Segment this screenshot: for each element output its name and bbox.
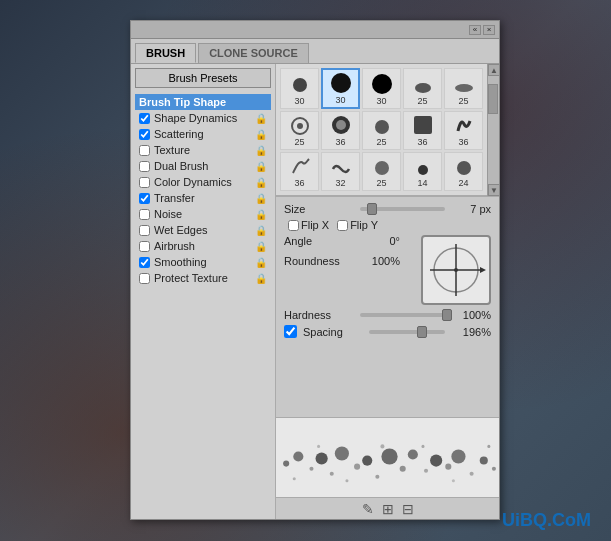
- sidebar-item-scattering[interactable]: Scattering 🔒: [135, 126, 271, 142]
- sidebar-item-shape-dynamics[interactable]: Shape Dynamics 🔒: [135, 110, 271, 126]
- wet-edges-label: Wet Edges: [154, 224, 208, 236]
- flip-y-checkbox[interactable]: [337, 220, 348, 231]
- transfer-lock-icon: 🔒: [255, 193, 267, 204]
- spacing-checkbox[interactable]: [284, 325, 297, 338]
- brush-preset-6[interactable]: 25: [280, 111, 319, 150]
- svg-point-27: [375, 475, 379, 479]
- brush-preset-5[interactable]: 25: [444, 68, 483, 109]
- airbrush-checkbox[interactable]: [139, 241, 150, 252]
- hardness-slider[interactable]: [360, 313, 445, 317]
- protect-texture-lock-icon: 🔒: [255, 273, 267, 284]
- brush-preset-12[interactable]: 32: [321, 152, 360, 191]
- brush-preset-grid[interactable]: 30 30 30 25: [276, 64, 487, 196]
- texture-checkbox[interactable]: [139, 145, 150, 156]
- brush-preset-13[interactable]: 25: [362, 152, 401, 191]
- collapse-button[interactable]: «: [469, 25, 481, 35]
- brush-preset-9[interactable]: 36: [403, 111, 442, 150]
- scattering-checkbox[interactable]: [139, 129, 150, 140]
- roundness-label: Roundness: [284, 255, 354, 267]
- svg-point-32: [430, 454, 442, 466]
- brush-presets-button[interactable]: Brush Presets: [135, 68, 271, 88]
- flip-y-item: Flip Y: [337, 219, 378, 231]
- scroll-up-arrow[interactable]: ▲: [488, 64, 499, 76]
- sidebar-item-texture[interactable]: Texture 🔒: [135, 142, 271, 158]
- dual-brush-label: Dual Brush: [154, 160, 208, 172]
- hardness-slider-thumb[interactable]: [442, 309, 452, 321]
- brush-preset-2[interactable]: 30: [321, 68, 360, 109]
- svg-point-37: [492, 467, 496, 471]
- spacing-slider[interactable]: [369, 330, 445, 334]
- size-slider[interactable]: [360, 207, 445, 211]
- sidebar-item-wet-edges[interactable]: Wet Edges 🔒: [135, 222, 271, 238]
- shape-dynamics-checkbox[interactable]: [139, 113, 150, 124]
- svg-point-39: [317, 445, 320, 448]
- trash-icon[interactable]: ⊟: [402, 501, 414, 517]
- size-slider-thumb[interactable]: [367, 203, 377, 215]
- svg-point-34: [451, 449, 465, 463]
- smoothing-checkbox[interactable]: [139, 257, 150, 268]
- angle-row: Angle 0°: [284, 235, 400, 247]
- wet-edges-lock-icon: 🔒: [255, 225, 267, 236]
- brush-preset-7[interactable]: 36: [321, 111, 360, 150]
- brush-preset-15[interactable]: 24: [444, 152, 483, 191]
- flip-row: Flip X Flip Y: [288, 219, 491, 231]
- sidebar-item-noise[interactable]: Noise 🔒: [135, 206, 271, 222]
- flip-x-label: Flip X: [301, 219, 329, 231]
- brush-preset-3[interactable]: 30: [362, 68, 401, 109]
- svg-point-30: [408, 449, 418, 459]
- svg-point-41: [380, 444, 384, 448]
- grid-icon[interactable]: ⊞: [382, 501, 394, 517]
- svg-point-36: [480, 457, 488, 465]
- brush-grid-scrollbar[interactable]: ▲ ▼: [487, 64, 499, 196]
- color-dynamics-label: Color Dynamics: [154, 176, 232, 188]
- brush-preset-10[interactable]: 36: [444, 111, 483, 150]
- size-value: 7 px: [451, 203, 491, 215]
- wet-edges-checkbox[interactable]: [139, 225, 150, 236]
- angle-value: 0°: [360, 235, 400, 247]
- spacing-slider-thumb[interactable]: [417, 326, 427, 338]
- scroll-thumb[interactable]: [488, 84, 498, 114]
- dual-brush-checkbox[interactable]: [139, 161, 150, 172]
- flip-y-label: Flip Y: [350, 219, 378, 231]
- protect-texture-checkbox[interactable]: [139, 273, 150, 284]
- angle-label: Angle: [284, 235, 354, 247]
- scroll-down-arrow[interactable]: ▼: [488, 184, 499, 196]
- flip-x-checkbox[interactable]: [288, 220, 299, 231]
- sidebar-item-protect-texture[interactable]: Protect Texture 🔒: [135, 270, 271, 286]
- tab-brush[interactable]: BRUSH: [135, 43, 196, 63]
- brush-preset-14[interactable]: 14: [403, 152, 442, 191]
- roundness-row: Roundness 100%: [284, 255, 400, 267]
- svg-marker-17: [480, 267, 486, 273]
- transfer-checkbox[interactable]: [139, 193, 150, 204]
- svg-point-44: [487, 445, 490, 448]
- brush-preset-1[interactable]: 30: [280, 68, 319, 109]
- brush-preset-8[interactable]: 25: [362, 111, 401, 150]
- brush-preset-11[interactable]: 36: [280, 152, 319, 191]
- noise-lock-icon: 🔒: [255, 209, 267, 220]
- svg-point-1: [331, 73, 351, 93]
- svg-point-31: [424, 469, 428, 473]
- svg-point-38: [293, 477, 296, 480]
- sidebar-item-dual-brush[interactable]: Dual Brush 🔒: [135, 158, 271, 174]
- sidebar-item-brush-tip-shape[interactable]: Brush Tip Shape: [135, 94, 271, 110]
- noise-checkbox[interactable]: [139, 209, 150, 220]
- brush-preview: [276, 417, 499, 497]
- sidebar-item-smoothing[interactable]: Smoothing 🔒: [135, 254, 271, 270]
- paint-bucket-icon[interactable]: ✎: [362, 501, 374, 517]
- sidebar-item-color-dynamics[interactable]: Color Dynamics 🔒: [135, 174, 271, 190]
- smoothing-label: Smoothing: [154, 256, 207, 268]
- svg-point-40: [345, 479, 348, 482]
- tab-clone-source[interactable]: CLONE SOURCE: [198, 43, 309, 63]
- svg-point-3: [415, 83, 431, 93]
- color-dynamics-checkbox[interactable]: [139, 177, 150, 188]
- sidebar-item-airbrush[interactable]: Airbrush 🔒: [135, 238, 271, 254]
- properties-area: Size 7 px Flip X Flip Y: [276, 197, 499, 417]
- texture-lock-icon: 🔒: [255, 145, 267, 156]
- brush-tip-shape-label: Brush Tip Shape: [139, 96, 226, 108]
- brush-preset-4[interactable]: 25: [403, 68, 442, 109]
- sidebar-item-transfer[interactable]: Transfer 🔒: [135, 190, 271, 206]
- svg-point-19: [283, 461, 289, 467]
- brush-angle-preview[interactable]: [421, 235, 491, 305]
- close-button[interactable]: ×: [483, 25, 495, 35]
- svg-point-13: [457, 161, 471, 175]
